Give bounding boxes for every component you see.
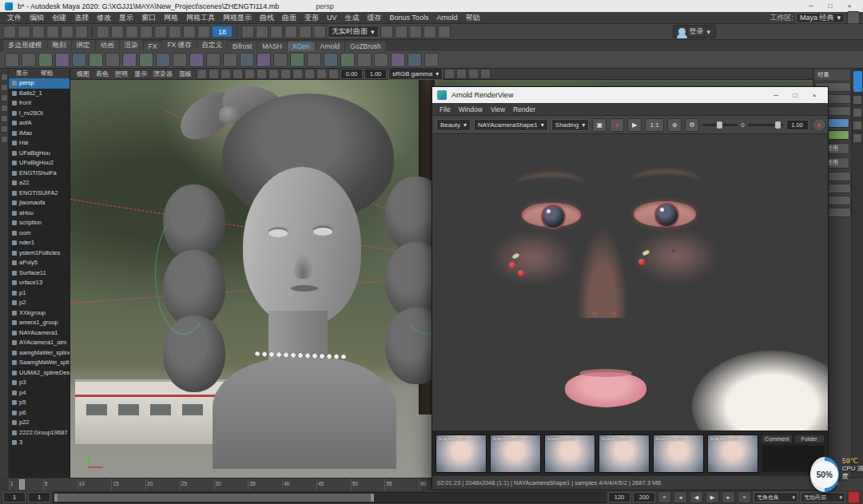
rendered-image[interactable] [432,134,828,431]
outliner-item[interactable]: ENGTIShuiFa [9,169,70,179]
shelf-tab[interactable]: 动画 [96,40,119,51]
file-toolbar-icon[interactable] [75,26,88,38]
shelf-icon[interactable] [223,53,237,67]
outliner-item[interactable]: persp [9,78,70,89]
viewport-toolbar-icon[interactable] [304,69,315,79]
aov-dropdown[interactable]: Beauty ▾ [436,119,471,131]
sidebar-tab-icon[interactable] [853,121,862,130]
menu-item[interactable]: 缓存 [364,13,386,23]
outliner-item[interactable]: 2222:Group19687 [9,428,70,439]
viewport-toolbar-icon[interactable] [316,69,327,79]
outliner-item[interactable]: AYAcamera1_aim [9,338,70,348]
tool-strip-icon[interactable] [1,94,8,101]
shelf-icon[interactable] [357,53,372,67]
selection-mask-icon[interactable] [197,26,210,38]
viewport-toolbar-icon[interactable] [328,69,339,79]
workspace-dropdown[interactable]: Maya 经典 ▾ [796,13,845,23]
shelf-icon[interactable] [72,53,86,67]
tool-strip-icon[interactable] [1,125,8,133]
arnold-menu-item[interactable]: File [435,105,455,113]
menu-item[interactable]: 修改 [93,13,115,23]
shelf-tab[interactable]: Bifrost [228,42,257,51]
play-backwards-button[interactable]: ◀ [690,491,703,503]
shelf-icon[interactable] [340,53,355,67]
outliner-item[interactable]: p5 [9,398,70,408]
gear-icon[interactable]: ⚙ [685,118,699,132]
arnold-menu-item[interactable]: Render [509,105,539,113]
selection-mask-icon[interactable] [169,26,181,38]
viewport-toolbar-icon[interactable] [468,69,479,79]
viewport-exposure-field[interactable]: 0.00 [340,69,363,79]
shelf-tab[interactable]: 绑定 [72,40,95,51]
shelf-icon[interactable] [55,53,70,67]
render-toolbar-icon[interactable] [438,26,451,38]
outliner-item[interactable]: XXkgroup [9,308,70,319]
file-toolbar-icon[interactable] [46,26,59,38]
shelf-icon[interactable] [408,53,422,67]
zoom-icon[interactable]: ⊕ [667,118,682,132]
menu-item[interactable]: 变形 [300,13,323,23]
arnold-menu-item[interactable]: View [487,105,509,113]
selection-mask-icon[interactable] [125,26,138,38]
shelf-icon[interactable] [5,53,19,67]
viewport-toolbar-icon[interactable] [221,69,231,79]
shelf-icon[interactable] [22,53,36,67]
outliner-item[interactable]: p22 [9,418,70,428]
menu-item[interactable]: 生成 [341,13,364,23]
outliner-item[interactable]: ystem1Follicles [9,248,70,259]
current-time-marker[interactable] [19,479,25,490]
animation-start-field[interactable]: 1 [3,492,26,502]
outliner-item[interactable]: p4 [9,388,70,399]
outliner-item[interactable]: p6 [9,408,70,419]
menu-item[interactable]: Arnold [432,14,461,22]
render-toolbar-icon[interactable] [380,26,393,38]
shelf-tab[interactable]: Arnold [316,42,345,51]
outliner-item[interactable]: Surface11 [9,268,70,279]
range-slider[interactable] [53,492,606,503]
shelf-tab[interactable]: 雕刻 [48,40,71,51]
close-button[interactable]: × [841,1,858,11]
viewport-menu-item[interactable]: 视图 [74,69,93,78]
outliner-item[interactable]: a22 [9,178,70,189]
shelf-icon[interactable] [290,53,304,67]
snapshot-thumbnail[interactable]: Snapshot_06 [707,435,758,473]
shelf-tab[interactable]: FX [144,42,162,51]
display-mode-dropdown[interactable]: Shading ▾ [551,119,589,131]
shelf-icon[interactable] [273,53,288,67]
viewport-toolbar-icon[interactable] [292,69,303,79]
outliner-menu-item[interactable]: 帮助 [37,69,57,77]
active-sidebar-tab[interactable] [853,71,862,92]
selection-mask-icon[interactable] [183,26,196,38]
menu-item[interactable]: 选择 [70,13,93,23]
file-toolbar-icon[interactable] [32,26,45,38]
tool-strip-icon[interactable] [1,73,8,81]
shelf-icon[interactable] [89,53,103,67]
zoom-1to1-button[interactable]: 1:1 [645,118,664,132]
comment-tab[interactable]: Comment [762,435,793,443]
viewport-menu-item[interactable]: 面板 [176,69,195,78]
outliner-item[interactable]: urface13 [9,278,70,288]
view-transform-dropdown[interactable]: sRGB gamma ▾ [388,69,443,80]
outliner-item[interactable]: ENGTISUIFA2 [9,189,70,199]
menu-item[interactable]: 曲面 [278,13,300,23]
animation-end-field[interactable]: 200 [633,492,655,502]
selection-mask-icon[interactable] [111,26,124,38]
menu-item[interactable]: UV [323,14,341,22]
menu-item[interactable]: 网格 [160,13,182,23]
shelf-icon[interactable] [122,53,137,67]
outliner-item[interactable]: SaamgMaWei_splineDescript [9,358,70,368]
shelf-tab[interactable]: 自定义 [197,40,228,51]
arnold-title-bar[interactable]: Arnold RenderView ─ □ × [432,87,828,103]
outliner-item[interactable]: Balls2_1 [9,89,70,99]
menu-item[interactable]: 显示 [115,13,137,23]
shelf-icon[interactable] [391,53,405,67]
anim-layer-dropdown[interactable]: 无动画层 ▾ [801,492,845,502]
arnold-menu-item[interactable]: Window [455,105,487,113]
viewport-toolbar-icon[interactable] [268,69,279,79]
snap-icon[interactable] [256,26,268,38]
viewport-menu-item[interactable]: 着色 [93,69,112,78]
model-head[interactable] [166,93,438,469]
render-toolbar-icon[interactable] [409,26,422,38]
shelf-tab[interactable]: 渲染 [120,40,143,51]
viewport-toolbar-icon[interactable] [209,69,219,79]
